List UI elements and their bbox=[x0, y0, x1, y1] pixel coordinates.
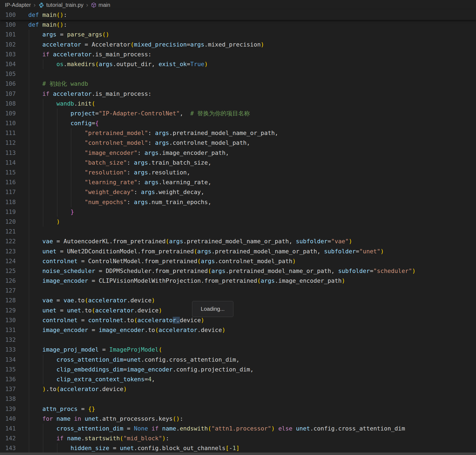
line-number[interactable]: 100 bbox=[0, 20, 16, 30]
sticky-scroll-line[interactable]: 100def main(): bbox=[0, 10, 476, 20]
line-number[interactable]: 115 bbox=[0, 168, 16, 177]
line-number[interactable]: 103 bbox=[0, 50, 16, 59]
code-line[interactable]: 131 image_encoder = image_encoder.to(acc… bbox=[0, 325, 476, 335]
line-number[interactable]: 136 bbox=[0, 374, 16, 384]
loading-tooltip: Loading... bbox=[192, 301, 233, 317]
code-line[interactable]: 120 ) bbox=[0, 217, 476, 227]
code-line[interactable]: 134 cross_attention_dim=unet.config.cros… bbox=[0, 355, 476, 365]
line-number[interactable]: 127 bbox=[0, 286, 16, 296]
line-number[interactable]: 104 bbox=[0, 59, 16, 69]
line-number[interactable]: 109 bbox=[0, 109, 16, 118]
code-line[interactable]: 133 image_proj_model = ImageProjModel( bbox=[0, 345, 476, 355]
code-line[interactable]: 130 controlnet = controlnet.to(accelerat… bbox=[0, 315, 476, 325]
code-line[interactable]: 115 "resolution": args.resolution, bbox=[0, 168, 476, 177]
line-number[interactable]: 134 bbox=[0, 355, 16, 365]
line-number[interactable]: 126 bbox=[0, 276, 16, 286]
line-number[interactable]: 112 bbox=[0, 138, 16, 148]
code-line[interactable]: 140 for name in unet.attn_processors.key… bbox=[0, 414, 476, 424]
code-line[interactable]: 123 unet = UNet2DConditionModel.from_pre… bbox=[0, 247, 476, 256]
code-line[interactable]: 100def main(): bbox=[0, 20, 476, 30]
code-line[interactable]: 119 } bbox=[0, 207, 476, 217]
indent-guide bbox=[57, 187, 57, 197]
code-line[interactable]: 143 hidden_size = unet.config.block_out_… bbox=[0, 443, 476, 453]
horizontal-scrollbar[interactable] bbox=[0, 453, 476, 455]
line-number[interactable]: 105 bbox=[0, 69, 16, 79]
line-number[interactable]: 119 bbox=[0, 207, 16, 217]
code-line[interactable]: 121 bbox=[0, 227, 476, 236]
line-number[interactable]: 139 bbox=[0, 404, 16, 414]
line-number[interactable]: 142 bbox=[0, 434, 16, 443]
code-line[interactable]: 139 attn_procs = {} bbox=[0, 404, 476, 414]
code-line[interactable]: 124 controlnet = ControlNetModel.from_pr… bbox=[0, 256, 476, 266]
code-line[interactable]: 137 ).to(accelerator.device) bbox=[0, 384, 476, 394]
code-line[interactable]: 112 "controlnet_model": args.controlnet_… bbox=[0, 138, 476, 148]
code-line[interactable]: 128 vae = vae.to(accelerator.device) bbox=[0, 296, 476, 305]
code-line[interactable]: 118 "num_epochs": args.num_train_epochs, bbox=[0, 197, 476, 207]
code-line[interactable]: 110 config={ bbox=[0, 118, 476, 128]
line-number[interactable]: 106 bbox=[0, 79, 16, 89]
line-number[interactable]: 123 bbox=[0, 247, 16, 256]
code-line[interactable]: 129 unet = unet.to(accelerator.device) bbox=[0, 306, 476, 315]
code-line[interactable]: 141 cross_attention_dim = None if name.e… bbox=[0, 424, 476, 434]
line-number[interactable]: 113 bbox=[0, 148, 16, 158]
line-number[interactable]: 124 bbox=[0, 256, 16, 266]
code-line-sticky[interactable]: 100def main(): bbox=[0, 10, 476, 20]
code-line[interactable]: 102 accelerator = Accelerator(mixed_prec… bbox=[0, 40, 476, 50]
code-line[interactable]: 108 wandb.init( bbox=[0, 99, 476, 109]
line-number[interactable]: 100 bbox=[0, 10, 16, 20]
line-number[interactable]: 107 bbox=[0, 89, 16, 99]
line-number[interactable]: 122 bbox=[0, 236, 16, 246]
code-line[interactable]: 111 "pretrained_model": args.pretrained_… bbox=[0, 128, 476, 138]
code-line[interactable]: 136 clip_extra_context_tokens=4, bbox=[0, 374, 476, 384]
line-number[interactable]: 120 bbox=[0, 217, 16, 227]
code-text: image_proj_model = ImageProjModel( bbox=[28, 346, 162, 353]
line-number[interactable]: 125 bbox=[0, 266, 16, 276]
code-line[interactable]: 142 if name.startswith("mid_block"): bbox=[0, 434, 476, 443]
line-number[interactable]: 117 bbox=[0, 187, 16, 197]
code-line[interactable]: 103 if accelerator.is_main_process: bbox=[0, 50, 476, 59]
breadcrumb-item-tutorial-train-py[interactable]: tutorial_train.py bbox=[38, 2, 84, 8]
code-line[interactable]: 104 os.makedirs(args.output_dir, exist_o… bbox=[0, 59, 476, 69]
code-line[interactable]: 127 bbox=[0, 286, 476, 296]
code-line[interactable]: 116 "learning_rate": args.learning_rate, bbox=[0, 177, 476, 187]
line-number[interactable]: 141 bbox=[0, 424, 16, 434]
line-number[interactable]: 132 bbox=[0, 335, 16, 345]
code-line[interactable]: 109 project="IP-Adapter-ControlNet", # 替… bbox=[0, 109, 476, 118]
line-number[interactable]: 137 bbox=[0, 384, 16, 394]
code-line[interactable]: 122 vae = AutoencoderKL.from_pretrained(… bbox=[0, 236, 476, 246]
code-line[interactable]: 113 "image_encoder": args.image_encoder_… bbox=[0, 148, 476, 158]
line-number[interactable]: 129 bbox=[0, 306, 16, 315]
line-number[interactable]: 102 bbox=[0, 40, 16, 50]
line-number[interactable]: 135 bbox=[0, 365, 16, 374]
code-line[interactable]: 126 image_encoder = CLIPVisionModelWithP… bbox=[0, 276, 476, 286]
line-number[interactable]: 131 bbox=[0, 325, 16, 335]
indent-guide bbox=[29, 128, 29, 138]
line-number[interactable]: 138 bbox=[0, 394, 16, 404]
code-line[interactable]: 105 bbox=[0, 69, 476, 79]
code-line[interactable]: 107 if accelerator.is_main_process: bbox=[0, 89, 476, 99]
code-line[interactable]: 135 clip_embeddings_dim=image_encoder.co… bbox=[0, 365, 476, 374]
breadcrumb-item-main[interactable]: main bbox=[91, 2, 110, 8]
line-number[interactable]: 121 bbox=[0, 227, 16, 236]
code-line[interactable]: 106 # 初始化 wandb bbox=[0, 79, 476, 89]
code-line[interactable]: 138 bbox=[0, 394, 476, 404]
breadcrumb-item-ip-adapter[interactable]: IP-Adapter bbox=[5, 2, 31, 8]
code-line[interactable]: 132 bbox=[0, 335, 476, 345]
line-number[interactable]: 140 bbox=[0, 414, 16, 424]
line-number[interactable]: 130 bbox=[0, 315, 16, 325]
code-line[interactable]: 114 "batch_size": args.train_batch_size, bbox=[0, 158, 476, 168]
line-number[interactable]: 111 bbox=[0, 128, 16, 138]
code-line[interactable]: 117 "weight_decay": args.weight_decay, bbox=[0, 187, 476, 197]
line-number[interactable]: 143 bbox=[0, 443, 16, 453]
line-number[interactable]: 114 bbox=[0, 158, 16, 168]
line-number[interactable]: 101 bbox=[0, 30, 16, 39]
line-number[interactable]: 128 bbox=[0, 296, 16, 305]
code-area[interactable]: 100def main():101 args = parse_args()102… bbox=[0, 20, 476, 453]
code-line[interactable]: 125 noise_scheduler = DDPMScheduler.from… bbox=[0, 266, 476, 276]
code-line[interactable]: 101 args = parse_args() bbox=[0, 30, 476, 39]
line-number[interactable]: 133 bbox=[0, 345, 16, 355]
line-number[interactable]: 108 bbox=[0, 99, 16, 109]
line-number[interactable]: 116 bbox=[0, 177, 16, 187]
line-number[interactable]: 110 bbox=[0, 118, 16, 128]
line-number[interactable]: 118 bbox=[0, 197, 16, 207]
